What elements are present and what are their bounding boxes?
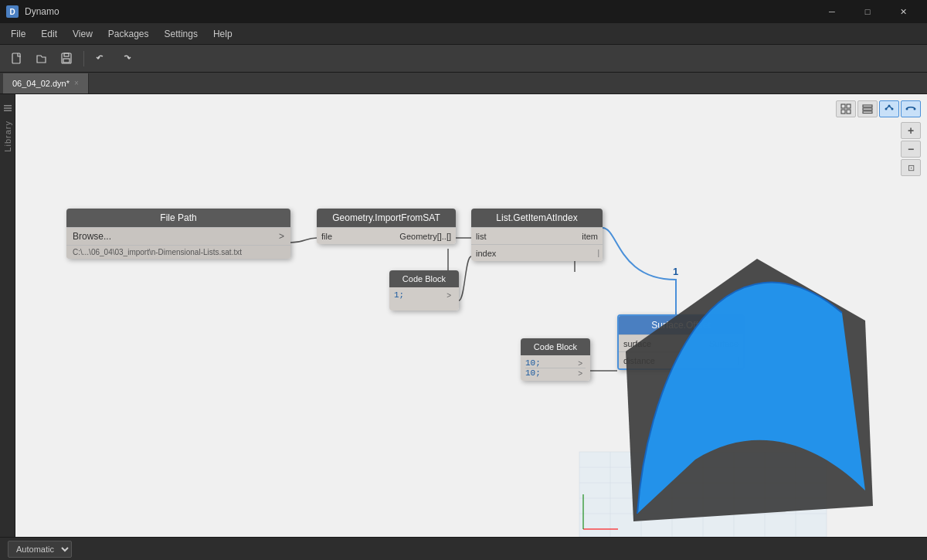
open-button[interactable] [31,48,53,70]
port-file-label: file [317,230,386,243]
app-icon: D [6,5,19,18]
codeblock1-body[interactable]: 1; > [389,287,459,311]
new-button[interactable] [6,48,28,70]
tab-current-file[interactable]: 06_04_02.dyn* × [3,73,89,93]
node-codeblock1-title: Code Block [389,270,459,287]
canvas-controls-top [836,100,921,117]
svg-rect-13 [863,111,872,114]
svg-rect-6 [4,110,12,112]
library-sidebar: Library [0,94,15,537]
menu-packages[interactable]: Packages [100,25,157,42]
titlebar: D Dynamo ─ □ ✕ [0,0,927,23]
codeblock1-line1: 1; [394,290,404,300]
svg-rect-10 [847,110,851,114]
node-filepath-title: File Path [66,209,290,227]
list-view-button[interactable] [857,100,878,117]
svg-rect-12 [863,108,872,110]
sidebar-toggle[interactable] [2,102,14,114]
browse-label: Browse... [73,231,111,242]
zoom-in-button[interactable]: + [901,122,921,139]
tab-close-button[interactable]: × [74,79,79,87]
menu-help[interactable]: Help [205,25,240,42]
main-area: Library + − ⊡ [0,94,927,537]
maximize-button[interactable]: □ [850,0,885,23]
statusbar: Automatic Manual [0,537,927,560]
fit-view-button[interactable]: ⊡ [901,159,921,176]
titlebar-left: D Dynamo [6,5,59,18]
svg-point-19 [906,108,908,110]
browse-row[interactable]: Browse... > [66,227,290,245]
port-list-label: list [471,230,537,243]
undo-button[interactable] [90,48,112,70]
menu-file[interactable]: File [3,25,33,42]
node-geoimport-title: Geometry.ImportFromSAT [317,209,456,227]
connect-view-button[interactable] [901,100,921,117]
codeblock1-arrow: > [443,291,454,300]
svg-rect-9 [841,110,845,114]
app-title: Dynamo [25,6,59,17]
svg-line-17 [886,106,889,109]
tab-label: 06_04_02.dyn* [12,79,70,88]
svg-rect-0 [12,53,20,63]
node-geoimport[interactable]: Geometry.ImportFromSAT file Geometry[]..… [317,209,456,244]
browse-arrow: > [279,231,284,242]
port-geo-label: Geometry[]..[] [386,230,456,243]
svg-rect-7 [841,104,845,108]
tabbar: 06_04_02.dyn* × [0,73,927,94]
zoom-out-button[interactable]: − [901,141,921,158]
redo-button[interactable] [115,48,137,70]
svg-rect-2 [64,53,69,56]
save-button[interactable] [56,48,77,70]
close-button[interactable]: ✕ [885,0,921,23]
toolbar [0,45,927,73]
svg-point-20 [914,108,916,110]
run-mode-select[interactable]: Automatic Manual [8,541,72,558]
codeblock2-line2: 10; [525,368,541,378]
svg-rect-5 [4,107,12,109]
codeblock2-line1: 10; [525,358,541,368]
menu-edit[interactable]: Edit [33,25,65,42]
toolbar-separator [83,51,84,66]
svg-line-18 [889,106,892,109]
filepath-text: C:\...\06_04\03_import\n-Dimensional-Lis… [66,245,290,259]
svg-rect-11 [863,105,872,107]
surface-visualization [541,228,927,537]
sidebar-label: Library [3,120,12,152]
geoimport-port-row: file Geometry[]..[] [317,227,456,244]
minimize-button[interactable]: ─ [814,0,850,23]
menubar: File Edit View Packages Settings Help [0,23,927,45]
svg-rect-4 [4,105,12,107]
node-codeblock1[interactable]: Code Block 1; > [389,270,459,311]
menu-view[interactable]: View [65,25,100,42]
menu-settings[interactable]: Settings [157,25,205,42]
svg-rect-8 [847,104,851,108]
canvas[interactable]: + − ⊡ 1 File Path [15,94,927,537]
canvas-zoom-controls: + − ⊡ [901,122,921,176]
graph-view-button[interactable] [879,100,899,117]
grid-view-button[interactable] [836,100,856,117]
window-controls: ─ □ ✕ [814,0,921,23]
node-filepath[interactable]: File Path Browse... > C:\...\06_04\03_im… [66,209,290,259]
svg-rect-3 [63,59,70,63]
node-getitem-title: List.GetItemAtIndex [471,209,603,227]
